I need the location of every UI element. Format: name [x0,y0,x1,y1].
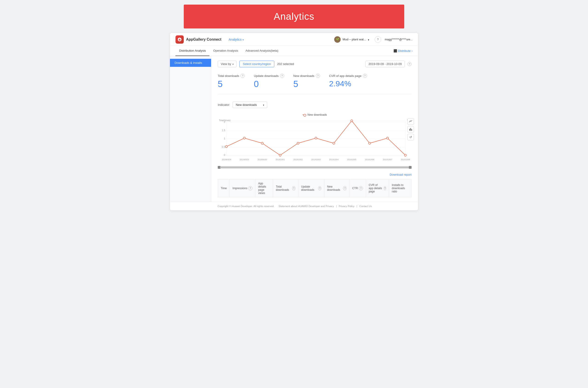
svg-text:20190929: 20190929 [240,158,249,161]
th-cvr-app-details: CVR of app details page ? [366,180,389,197]
svg-point-15 [261,142,263,144]
sidebar-item-downloads[interactable]: Downloads & installs [170,59,211,67]
indicator-label: Indicator: [218,103,230,107]
svg-point-18 [315,137,317,139]
th-new-downloads-help-icon[interactable]: ? [343,186,347,190]
th-total-downloads: Total downloads ? [273,180,298,197]
chart-scroll-track[interactable] [218,166,411,169]
chart-area: 2 1.5 1 0.5 0 Total(times) % [218,118,411,164]
indicator-select[interactable]: New downloads [233,101,267,108]
footer-link-privacy[interactable]: Privacy Policy [339,205,354,208]
app-select-dropdown[interactable]: 🌱 Mud – plant wat... [334,36,369,43]
th-installs-ratio: Installs to downloads ratio [389,180,411,197]
th-ctr-help-icon[interactable]: ? [359,186,363,190]
th-ctr: CTR ? [349,180,366,197]
svg-text:20191002: 20191002 [293,158,303,161]
svg-point-23 [405,154,407,156]
logo-icon [176,35,184,44]
svg-point-19 [333,142,335,144]
sub-nav: Distribution Analysis Operation Analysis… [170,46,418,56]
stat-cvr: CVR of app details page ? 2.94% [329,74,367,88]
new-downloads-value: 5 [293,80,320,88]
new-downloads-help-icon[interactable]: ? [316,74,320,78]
indicator-chevron-icon [263,103,264,107]
hero-title: Analytics [184,11,404,22]
svg-text:20191003: 20191003 [311,158,321,161]
tab-advanced-analysis[interactable]: Advanced Analysis(beta) [242,46,282,56]
download-report-link[interactable]: Download report [390,173,411,176]
top-nav: AppGallery Connect Analytics 🌱 Mud – pla… [170,33,418,46]
app-footer: Copyright © Huawei Developer. All rights… [170,202,418,210]
svg-point-16 [279,154,281,156]
svg-text:20191005: 20191005 [347,158,357,161]
footer-link-statement[interactable]: Statement about HUAWEI Developer and Pri… [279,205,334,208]
th-impressions-help-icon[interactable]: ? [248,186,253,190]
chart-line-tool[interactable] [408,118,414,125]
nav-analytics[interactable]: Analytics [229,38,244,41]
svg-text:1.5: 1.5 [222,129,225,131]
footer-copyright: Copyright © Huawei Developer. All rights… [218,205,274,208]
th-total-downloads-help-icon[interactable]: ? [292,186,295,190]
distribute-button[interactable]: ⬛ Distribute › [393,49,412,52]
main-content: View by Select country/region 202 select… [211,56,418,202]
app-select-name: Mud – plant wat... [342,38,366,41]
svg-text:1: 1 [224,137,225,140]
country-region-button[interactable]: Select country/region [239,61,274,67]
date-range-picker[interactable]: 2019-09-09 - 2019-10-09 [365,61,405,67]
scroll-handle-right[interactable] [409,166,411,169]
svg-text:20191004: 20191004 [329,158,338,161]
cvr-help-icon[interactable]: ? [363,74,367,78]
content-area: Downloads & installs View by Select coun… [170,56,418,202]
svg-rect-36 [410,128,411,131]
svg-text:20190930: 20190930 [257,158,267,161]
svg-point-14 [243,137,245,139]
svg-point-22 [386,137,389,139]
distribute-chevron-icon: › [411,49,412,52]
app-shell: AppGallery Connect Analytics 🌱 Mud – pla… [170,33,418,210]
th-cvr-help-icon[interactable]: ? [384,186,386,190]
download-report-row: Download report [218,172,411,176]
legend-new-downloads: New downloads [303,113,327,116]
stat-total-downloads: Total downloads ? 5 [218,74,245,88]
indicator-row: Indicator: New downloads [218,101,411,108]
tab-operation-analysis[interactable]: Operation Analysis [209,46,242,56]
svg-point-13 [226,146,228,148]
th-time: Time [218,180,230,197]
data-table: Time Impressions ? [218,179,411,197]
svg-point-20 [351,120,353,122]
total-downloads-help-icon[interactable]: ? [240,74,245,78]
svg-text:Total(times): Total(times) [219,119,230,122]
svg-text:20191007: 20191007 [383,158,392,161]
table-header-row: Time Impressions ? [218,180,411,197]
th-app-details-page-views: App details page views [255,180,273,197]
help-button[interactable]: ? [375,36,381,43]
scroll-thumb[interactable] [220,167,409,168]
tab-distribution-analysis[interactable]: Distribution Analysis [176,46,209,56]
analytics-chevron-icon [243,38,244,41]
svg-rect-35 [409,129,410,131]
svg-text:20190928: 20190928 [222,158,231,161]
filter-help-icon[interactable]: ? [408,62,411,66]
view-by-chevron-icon [232,62,234,66]
chart-refresh-tool[interactable]: ↺ [408,134,414,140]
svg-text:20191008: 20191008 [401,158,410,161]
chart-svg: 2 1.5 1 0.5 0 Total(times) % [218,118,411,164]
chart-bar-tool[interactable] [408,126,414,132]
update-downloads-help-icon[interactable]: ? [280,74,284,78]
app-avatar: 🌱 [334,36,341,43]
hero-banner: Analytics [184,5,404,28]
chart-legend: New downloads [218,112,411,116]
footer-link-contact[interactable]: Contact Us [359,205,372,208]
th-impressions: Impressions ? [230,180,256,197]
stats-row: Total downloads ? 5 Update downloads ? 0… [218,74,411,94]
th-update-downloads-help-icon[interactable]: ? [318,186,321,190]
svg-rect-37 [411,129,412,131]
filter-row: View by Select country/region 202 select… [218,61,411,67]
stat-new-downloads: New downloads ? 5 [293,74,320,88]
app-name-label: AppGallery Connect [186,37,221,42]
chart-wrapper: New downloads 2 1.5 1 0.5 0 Total(times) [218,112,411,197]
svg-point-21 [369,142,371,144]
view-by-button[interactable]: View by [218,61,237,67]
app-select-chevron-icon [368,37,369,42]
svg-text:20191006: 20191006 [365,158,374,161]
